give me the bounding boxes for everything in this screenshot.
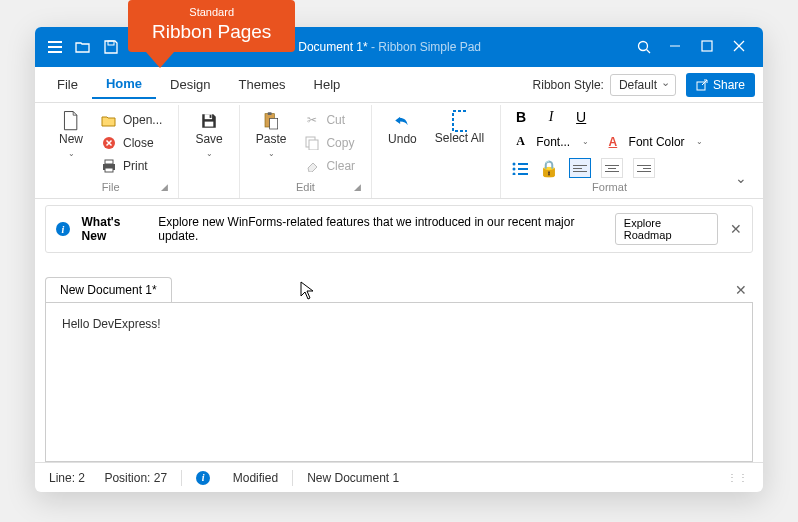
- callout-annotation: Standard Ribbon Pages: [128, 0, 295, 68]
- print-button[interactable]: Print: [95, 155, 168, 177]
- folder-open-icon: [101, 112, 117, 128]
- open-button[interactable]: Open...: [95, 109, 168, 131]
- svg-rect-16: [205, 122, 214, 127]
- svg-point-24: [513, 163, 516, 166]
- clear-button[interactable]: Clear: [298, 155, 361, 177]
- svg-rect-7: [702, 41, 712, 51]
- menubar: File Home Design Themes Help Ribbon Styl…: [35, 67, 763, 103]
- close-doc-button[interactable]: Close: [95, 132, 168, 154]
- paste-button[interactable]: Paste⌄: [250, 109, 293, 162]
- svg-rect-27: [518, 168, 528, 170]
- underline-button[interactable]: U: [571, 109, 591, 125]
- ribbon-style-label: Ribbon Style:: [533, 78, 604, 92]
- status-modified: Modified: [233, 471, 278, 485]
- new-button[interactable]: New⌄: [53, 109, 89, 162]
- menu-icon[interactable]: [47, 39, 63, 55]
- tab-file[interactable]: File: [43, 71, 92, 98]
- svg-point-4: [639, 42, 648, 51]
- ribbon: New⌄ Open... Close Print File◢ Save⌄: [35, 103, 763, 199]
- close-x-icon: [101, 135, 117, 151]
- open-folder-icon[interactable]: [75, 39, 91, 55]
- selectall-button[interactable]: Select All: [429, 109, 490, 149]
- copy-icon: [304, 135, 320, 151]
- italic-button[interactable]: I: [541, 109, 561, 125]
- group-label-edit: Edit: [296, 181, 315, 193]
- save-button[interactable]: Save⌄: [189, 109, 228, 162]
- maximize-button[interactable]: [701, 40, 715, 54]
- status-info-icon: i: [196, 471, 210, 485]
- svg-rect-22: [309, 140, 318, 150]
- eraser-icon: [304, 158, 320, 174]
- document-tab[interactable]: New Document 1*: [45, 277, 172, 302]
- svg-point-28: [513, 173, 516, 176]
- lock-icon[interactable]: 🔒: [539, 159, 559, 178]
- notice-bar: i What's New Explore new WinForms-relate…: [45, 205, 753, 253]
- align-left-button[interactable]: [569, 158, 591, 178]
- svg-rect-17: [210, 115, 212, 118]
- clipboard-icon: [263, 113, 279, 129]
- bold-button[interactable]: B: [511, 109, 531, 125]
- edit-group-expand[interactable]: ◢: [354, 182, 361, 192]
- search-icon[interactable]: [637, 40, 651, 54]
- font-picker[interactable]: A Font... ⌄: [511, 131, 593, 152]
- info-icon: i: [56, 222, 70, 236]
- group-label-file: File: [102, 181, 120, 193]
- notice-close-button[interactable]: ✕: [730, 221, 742, 237]
- status-line: Line: 2: [49, 471, 85, 485]
- select-all-icon: [451, 113, 467, 129]
- svg-rect-20: [270, 118, 278, 129]
- align-center-button[interactable]: [601, 158, 623, 178]
- collapse-ribbon-button[interactable]: ⌄: [727, 166, 755, 190]
- tab-home[interactable]: Home: [92, 70, 156, 99]
- ribbon-style-select[interactable]: Default: [610, 74, 676, 96]
- svg-rect-25: [518, 163, 528, 165]
- svg-rect-14: [105, 168, 113, 172]
- tab-design[interactable]: Design: [156, 71, 224, 98]
- font-color-picker[interactable]: A Font Color ⌄: [604, 132, 708, 152]
- copy-button[interactable]: Copy: [298, 132, 361, 154]
- svg-rect-23: [453, 111, 467, 131]
- notice-body: Explore new WinForms-related features th…: [158, 215, 603, 243]
- close-button[interactable]: [733, 40, 747, 54]
- svg-rect-13: [105, 160, 113, 164]
- share-button[interactable]: Share: [686, 73, 755, 97]
- save-disk-icon[interactable]: [103, 39, 119, 55]
- status-docname: New Document 1: [307, 471, 399, 485]
- svg-rect-19: [268, 112, 272, 115]
- printer-icon: [101, 158, 117, 174]
- scissors-icon: ✂: [304, 112, 320, 128]
- tab-help[interactable]: Help: [300, 71, 355, 98]
- svg-point-26: [513, 168, 516, 171]
- minimize-button[interactable]: [669, 40, 683, 54]
- cut-button[interactable]: ✂Cut: [298, 109, 361, 131]
- statusbar: Line: 2 Position: 27 i Modified New Docu…: [35, 462, 763, 492]
- explore-roadmap-button[interactable]: Explore Roadmap: [615, 213, 718, 245]
- app-window: New Document 1* - Ribbon Simple Pad File…: [35, 27, 763, 492]
- svg-rect-0: [48, 41, 62, 43]
- save-icon: [201, 113, 217, 129]
- undo-button[interactable]: Undo: [382, 109, 423, 150]
- svg-rect-2: [48, 51, 62, 53]
- tab-themes[interactable]: Themes: [225, 71, 300, 98]
- svg-line-5: [647, 50, 651, 54]
- group-label-format: Format: [592, 181, 627, 193]
- notice-title: What's New: [82, 215, 147, 243]
- share-icon: [696, 79, 708, 91]
- new-doc-icon: [63, 113, 79, 129]
- svg-rect-1: [48, 46, 62, 48]
- bullets-button[interactable]: [511, 161, 529, 175]
- status-position: Position: 27: [104, 471, 167, 485]
- file-group-expand[interactable]: ◢: [161, 182, 168, 192]
- resize-grip[interactable]: ⋮⋮: [727, 472, 749, 483]
- document-tab-close[interactable]: ✕: [729, 282, 753, 298]
- align-right-button[interactable]: [633, 158, 655, 178]
- document-editor[interactable]: Hello DevExpress!: [45, 302, 753, 462]
- undo-icon: [394, 113, 410, 129]
- svg-rect-29: [518, 173, 528, 175]
